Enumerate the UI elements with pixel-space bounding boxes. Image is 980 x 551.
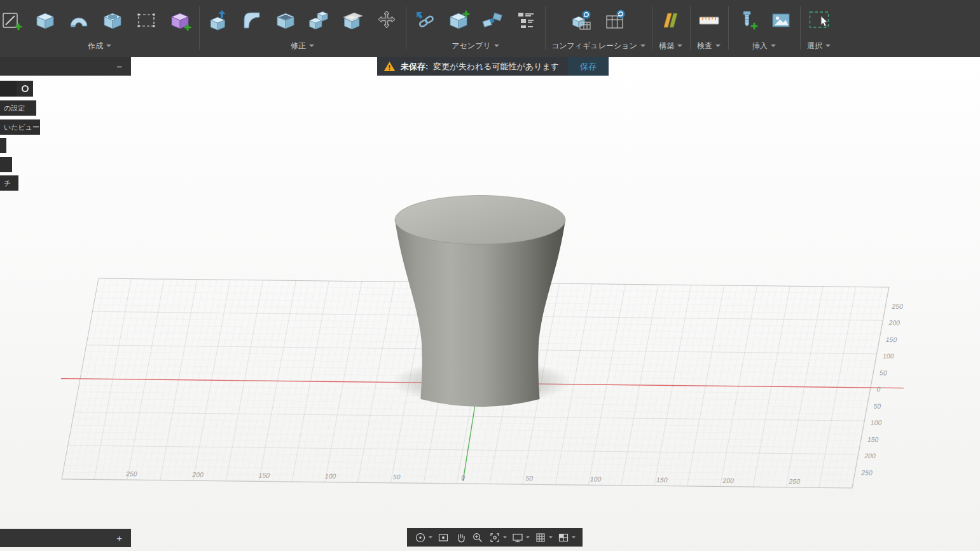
chevron-down-icon [309, 44, 314, 47]
chevron-down-icon [106, 44, 111, 47]
create-menu[interactable]: 作成 [88, 38, 111, 53]
move-icon[interactable] [374, 8, 399, 33]
grid-icon [534, 531, 547, 544]
browser-doc-icon[interactable] [0, 81, 17, 97]
revolve-icon[interactable] [66, 8, 92, 33]
sketch-rectangle-icon[interactable] [134, 8, 159, 33]
grid-label: 250 [891, 303, 904, 310]
chevron-down-icon [494, 44, 499, 47]
configuration-menu[interactable]: コンフィギュレーション [551, 38, 645, 53]
grid-label: 50 [873, 402, 882, 410]
select-menu-label: 選択 [807, 41, 822, 51]
chevron-down-icon [771, 44, 776, 47]
construct-plane-icon[interactable] [658, 8, 684, 33]
measure-icon[interactable] [696, 8, 722, 33]
collapse-panel-button[interactable]: − [116, 62, 122, 71]
create-menu-label: 作成 [88, 41, 103, 51]
browser-row-document-settings[interactable]: の設定 [0, 100, 36, 116]
toolbar-group-construct: 構築 [652, 0, 690, 57]
cylinder-icon[interactable] [100, 8, 125, 33]
expand-panel-button[interactable]: + [116, 533, 122, 543]
insert-menu[interactable]: 挿入 [752, 38, 776, 53]
grid-label: 250 [125, 470, 138, 477]
grid-label: 100 [590, 475, 602, 483]
grid-label: 50 [879, 369, 888, 377]
insert-menu-label: 挿入 [752, 41, 768, 51]
zoom-button[interactable] [470, 531, 485, 544]
configuration-icon[interactable] [569, 8, 594, 33]
toolbar-group-create: 作成 [0, 0, 199, 57]
browser-row-sketches[interactable]: チ [0, 175, 18, 191]
grid-label: 100 [324, 472, 337, 480]
chevron-down-icon [825, 44, 831, 47]
browser-row-bodies[interactable] [0, 157, 12, 172]
grid-label: 50 [392, 473, 401, 480]
eye-ring-icon [22, 85, 29, 92]
warning-icon [383, 61, 396, 72]
assemble-menu[interactable]: アセンブリ [452, 38, 499, 53]
grid-label: 50 [525, 474, 534, 482]
toolbar-group-insert: 挿入 [728, 0, 800, 57]
chevron-down-icon [503, 536, 507, 538]
zoom-icon [471, 531, 484, 544]
chevron-down-icon [715, 44, 721, 47]
chevron-down-icon [549, 536, 553, 538]
toolbar-group-assemble: アセンブリ [406, 0, 545, 57]
chevron-down-icon [640, 44, 645, 47]
orbit-button[interactable] [413, 531, 434, 544]
bom-structure-icon[interactable] [513, 8, 539, 33]
new-component-icon[interactable] [446, 8, 471, 33]
grid-label: 200 [191, 471, 204, 479]
display-settings-icon [511, 531, 524, 544]
visibility-toggle[interactable] [17, 81, 34, 97]
create-form-icon[interactable] [167, 8, 193, 33]
viewports-icon [557, 531, 570, 544]
browser-row-document[interactable] [0, 81, 33, 97]
look-at-icon [437, 531, 450, 544]
named-views-label: いたビュー [4, 123, 39, 132]
grid-label: 150 [656, 476, 668, 484]
modify-menu-label: 修正 [291, 41, 306, 51]
create-sketch-icon[interactable] [0, 8, 24, 33]
construct-menu[interactable]: 構築 [659, 38, 682, 53]
browser-row-origin[interactable] [0, 138, 6, 153]
display-settings-button[interactable] [510, 531, 531, 544]
sketches-label: チ [4, 179, 11, 188]
insert-link-icon[interactable] [412, 8, 438, 33]
document-settings-label: の設定 [4, 104, 25, 113]
configuration-table-icon[interactable] [602, 8, 628, 33]
press-pull-icon[interactable] [205, 8, 231, 33]
fillet-icon[interactable] [239, 8, 265, 33]
insert-fastener-icon[interactable] [735, 8, 760, 33]
box-icon[interactable] [32, 8, 58, 33]
joint-icon[interactable] [480, 8, 505, 33]
modify-menu[interactable]: 修正 [291, 38, 314, 53]
save-button[interactable]: 保存 [568, 57, 609, 76]
unsaved-message: 変更が失われる可能性があります [433, 61, 559, 72]
navigation-bar [407, 528, 583, 547]
select-icon[interactable] [806, 8, 832, 33]
combine-icon[interactable] [307, 8, 332, 33]
fit-button[interactable] [487, 531, 508, 544]
grid-and-snaps-button[interactable] [533, 531, 554, 544]
pan-hand-icon [454, 531, 467, 544]
viewports-button[interactable] [556, 531, 577, 544]
split-body-icon[interactable] [340, 8, 366, 33]
toolbar-group-modify: 修正 [199, 0, 406, 57]
shell-icon[interactable] [273, 8, 298, 33]
grid-label: 150 [885, 336, 898, 343]
chevron-down-icon [572, 536, 576, 538]
fit-icon [488, 531, 501, 544]
insert-canvas-icon[interactable] [768, 8, 794, 33]
grid-label: 150 [867, 435, 880, 443]
select-menu[interactable]: 選択 [807, 38, 831, 53]
look-at-button[interactable] [436, 531, 451, 544]
unsaved-warning-bar: 未保存: 変更が失われる可能性があります 保存 [377, 57, 609, 76]
viewport-canvas[interactable]: 250 200 150 100 50 0 50 100 150 200 250 … [0, 0, 980, 551]
chevron-down-icon [429, 536, 432, 538]
inspect-menu[interactable]: 検査 [697, 38, 721, 53]
browser-row-named-views[interactable]: いたビュー [0, 119, 40, 135]
grid-label: 100 [882, 352, 895, 360]
configuration-menu-label: コンフィギュレーション [551, 41, 637, 51]
pan-button[interactable] [453, 531, 468, 544]
